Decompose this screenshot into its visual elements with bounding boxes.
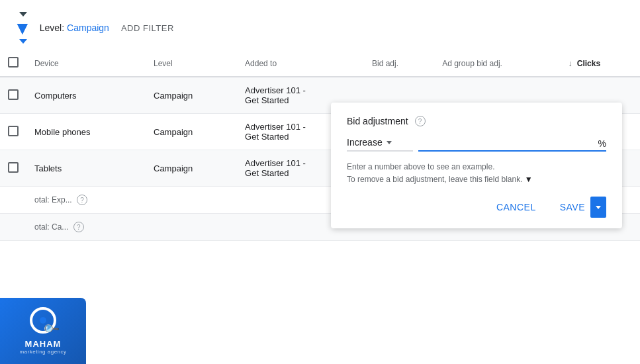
total-ca-label: otal: Ca... ? (26, 214, 237, 241)
percent-symbol: % (598, 138, 606, 149)
level-cell: Campaign (146, 77, 237, 114)
col-added-to: Added to (237, 50, 364, 77)
col-device: Device (26, 50, 146, 77)
help-icon-bid[interactable]: ? (415, 116, 426, 126)
save-button[interactable]: SAVE (549, 197, 590, 218)
total-exp-label: otal: Exp... ? (26, 187, 237, 214)
total-checkbox-cell (0, 214, 26, 241)
hint-line2: To remove a bid adjustment, leave this f… (347, 175, 522, 184)
funnel-top-arrow (19, 12, 27, 17)
save-dropdown-arrow-icon (596, 206, 601, 209)
logo-circle: 🔍 (30, 307, 56, 334)
row-checkbox-cell[interactable] (0, 114, 26, 150)
clicks-label: Clicks (577, 59, 600, 68)
bid-panel-actions: CANCEL SAVE (347, 197, 606, 218)
save-button-wrapper: SAVE (549, 197, 606, 218)
cancel-button[interactable]: CANCEL (486, 197, 547, 218)
increase-dropdown[interactable]: Increase (347, 137, 413, 152)
col-ad-group-bid-adj: Ad group bid adj. (434, 50, 560, 77)
bid-panel-title: Bid adjustment ? (347, 116, 606, 126)
bid-panel-title-text: Bid adjustment (347, 116, 408, 126)
row-checkbox-cell[interactable] (0, 150, 26, 187)
level-value[interactable]: Campaign (67, 23, 109, 33)
help-icon-ca[interactable]: ? (73, 222, 84, 232)
bid-percentage-input[interactable] (418, 138, 596, 149)
logo-sub: Marketing Agency (19, 349, 66, 355)
col-clicks[interactable]: ↓ Clicks (560, 50, 640, 77)
funnel-icon[interactable]: ▼ (13, 19, 32, 38)
bid-adjustment-panel: Bid adjustment ? Increase % Enter a numb… (331, 103, 622, 228)
device-cell: Tablets (26, 150, 146, 187)
device-cell: Mobile phones (26, 114, 146, 150)
hint-arrow: ▼ (525, 175, 533, 184)
bid-input-wrapper: % (418, 138, 606, 152)
hint-line1: Enter a number above to see an example. (347, 161, 606, 173)
funnel-bottom-arrow (19, 39, 27, 44)
filter-icon-wrapper: ▼ (13, 12, 33, 44)
row-checkbox[interactable] (8, 126, 19, 136)
add-filter-button[interactable]: ADD FILTER (116, 21, 179, 36)
sort-arrow-icon: ↓ (568, 59, 572, 68)
level-prefix: Level: (40, 23, 64, 33)
total-checkbox-cell (0, 187, 26, 214)
bid-hint: Enter a number above to see an example. … (347, 161, 606, 186)
dropdown-arrow-icon (387, 141, 392, 144)
dropdown-label: Increase (347, 137, 383, 148)
level-cell: Campaign (146, 150, 237, 187)
table-header-row: Device Level Added to Bid adj. Ad group … (0, 50, 640, 77)
logo-watermark: 🔍 MAHAM Marketing Agency (0, 298, 86, 364)
device-cell: Computers (26, 77, 146, 114)
row-checkbox[interactable] (8, 89, 19, 100)
select-all-header[interactable] (0, 50, 26, 77)
filter-level-label: Level: Campaign (40, 23, 109, 33)
bid-input-row: Increase % (347, 137, 606, 152)
row-checkbox[interactable] (8, 162, 19, 173)
help-icon-exp[interactable]: ? (77, 195, 87, 205)
logo-name: MAHAM (25, 339, 62, 349)
col-bid-adj: Bid adj. (364, 50, 434, 77)
select-all-checkbox[interactable] (8, 57, 19, 68)
filter-bar: ▼ Level: Campaign ADD FILTER (0, 0, 640, 50)
level-cell: Campaign (146, 114, 237, 150)
col-level: Level (146, 50, 237, 77)
save-dropdown-button[interactable] (590, 197, 606, 218)
row-checkbox-cell[interactable] (0, 77, 26, 114)
